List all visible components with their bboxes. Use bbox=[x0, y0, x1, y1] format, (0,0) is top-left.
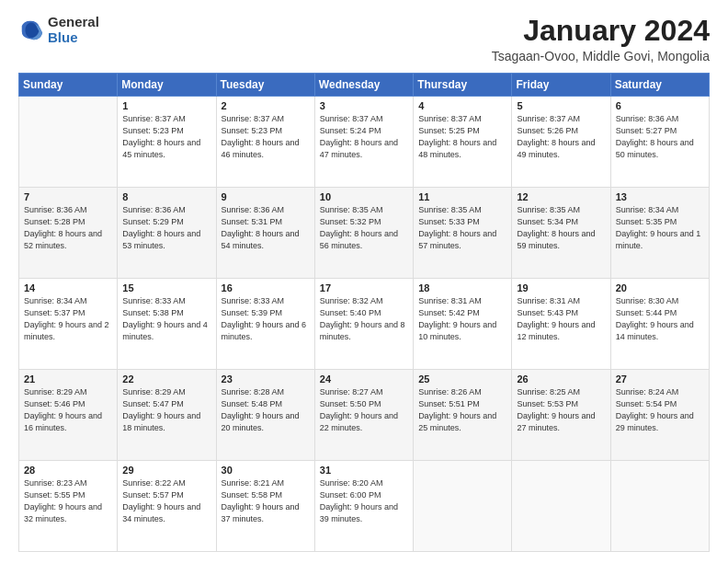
calendar-col-header: Monday bbox=[118, 74, 216, 97]
day-info: Sunrise: 8:31 AMSunset: 5:43 PMDaylight:… bbox=[517, 295, 605, 343]
day-info: Sunrise: 8:25 AMSunset: 5:53 PMDaylight:… bbox=[517, 386, 605, 434]
calendar-col-header: Sunday bbox=[19, 74, 118, 97]
day-info: Sunrise: 8:23 AMSunset: 5:55 PMDaylight:… bbox=[24, 477, 112, 525]
day-number: 2 bbox=[222, 100, 310, 111]
day-info: Sunrise: 8:36 AMSunset: 5:29 PMDaylight:… bbox=[122, 204, 210, 252]
day-info: Sunrise: 8:27 AMSunset: 5:50 PMDaylight:… bbox=[320, 386, 408, 434]
calendar-day-cell bbox=[512, 461, 610, 552]
day-number: 15 bbox=[122, 282, 210, 293]
day-info: Sunrise: 8:35 AMSunset: 5:33 PMDaylight:… bbox=[418, 204, 506, 252]
calendar-col-header: Friday bbox=[512, 74, 610, 97]
day-number: 17 bbox=[320, 282, 408, 293]
calendar-day-cell: 26Sunrise: 8:25 AMSunset: 5:53 PMDayligh… bbox=[512, 370, 610, 461]
day-number: 7 bbox=[24, 191, 112, 202]
day-number: 10 bbox=[320, 191, 408, 202]
day-number: 28 bbox=[24, 465, 112, 476]
day-number: 16 bbox=[222, 282, 310, 293]
calendar-col-header: Wednesday bbox=[314, 74, 413, 97]
calendar-day-cell: 28Sunrise: 8:23 AMSunset: 5:55 PMDayligh… bbox=[19, 461, 118, 552]
calendar-day-cell: 25Sunrise: 8:26 AMSunset: 5:51 PMDayligh… bbox=[414, 370, 512, 461]
day-info: Sunrise: 8:29 AMSunset: 5:46 PMDaylight:… bbox=[24, 386, 112, 434]
day-number: 9 bbox=[222, 191, 310, 202]
day-number: 20 bbox=[616, 282, 704, 293]
page-subtitle: Tsagaan-Ovoo, Middle Govi, Mongolia bbox=[492, 49, 710, 63]
calendar-day-cell: 16Sunrise: 8:33 AMSunset: 5:39 PMDayligh… bbox=[216, 279, 314, 370]
calendar-week-row: 21Sunrise: 8:29 AMSunset: 5:46 PMDayligh… bbox=[19, 370, 710, 461]
day-number: 31 bbox=[320, 465, 408, 476]
calendar-day-cell: 15Sunrise: 8:33 AMSunset: 5:38 PMDayligh… bbox=[118, 279, 216, 370]
day-info: Sunrise: 8:28 AMSunset: 5:48 PMDaylight:… bbox=[222, 386, 310, 434]
day-number: 8 bbox=[122, 191, 210, 202]
day-number: 4 bbox=[418, 100, 506, 111]
page: General Blue January 2024 Tsagaan-Ovoo, … bbox=[0, 0, 728, 563]
calendar-day-cell: 31Sunrise: 8:20 AMSunset: 6:00 PMDayligh… bbox=[314, 461, 413, 552]
calendar-day-cell: 2Sunrise: 8:37 AMSunset: 5:23 PMDaylight… bbox=[216, 97, 314, 188]
calendar-day-cell: 14Sunrise: 8:34 AMSunset: 5:37 PMDayligh… bbox=[19, 279, 118, 370]
day-info: Sunrise: 8:32 AMSunset: 5:40 PMDaylight:… bbox=[320, 295, 408, 343]
day-number: 29 bbox=[122, 465, 210, 476]
logo-text: General Blue bbox=[48, 15, 99, 45]
calendar-day-cell: 12Sunrise: 8:35 AMSunset: 5:34 PMDayligh… bbox=[512, 188, 610, 279]
day-number: 13 bbox=[616, 191, 704, 202]
calendar-day-cell: 29Sunrise: 8:22 AMSunset: 5:57 PMDayligh… bbox=[118, 461, 216, 552]
calendar-week-row: 14Sunrise: 8:34 AMSunset: 5:37 PMDayligh… bbox=[19, 279, 710, 370]
day-info: Sunrise: 8:37 AMSunset: 5:25 PMDaylight:… bbox=[418, 113, 506, 161]
day-info: Sunrise: 8:33 AMSunset: 5:38 PMDaylight:… bbox=[122, 295, 210, 343]
calendar-col-header: Thursday bbox=[414, 74, 512, 97]
calendar-day-cell: 9Sunrise: 8:36 AMSunset: 5:31 PMDaylight… bbox=[216, 188, 314, 279]
day-number: 12 bbox=[517, 191, 605, 202]
day-number: 11 bbox=[418, 191, 506, 202]
day-info: Sunrise: 8:37 AMSunset: 5:24 PMDaylight:… bbox=[320, 113, 408, 161]
day-number: 30 bbox=[222, 465, 310, 476]
calendar-day-cell: 3Sunrise: 8:37 AMSunset: 5:24 PMDaylight… bbox=[314, 97, 413, 188]
day-number: 24 bbox=[320, 373, 408, 385]
day-number: 14 bbox=[24, 282, 112, 293]
calendar-day-cell: 18Sunrise: 8:31 AMSunset: 5:42 PMDayligh… bbox=[414, 279, 512, 370]
calendar-day-cell: 27Sunrise: 8:24 AMSunset: 5:54 PMDayligh… bbox=[610, 370, 709, 461]
calendar-day-cell: 21Sunrise: 8:29 AMSunset: 5:46 PMDayligh… bbox=[19, 370, 118, 461]
calendar-day-cell: 19Sunrise: 8:31 AMSunset: 5:43 PMDayligh… bbox=[512, 279, 610, 370]
day-number: 3 bbox=[320, 100, 408, 111]
calendar-day-cell: 13Sunrise: 8:34 AMSunset: 5:35 PMDayligh… bbox=[610, 188, 709, 279]
day-number: 6 bbox=[616, 100, 704, 111]
day-info: Sunrise: 8:37 AMSunset: 5:23 PMDaylight:… bbox=[222, 113, 310, 161]
day-info: Sunrise: 8:37 AMSunset: 5:23 PMDaylight:… bbox=[122, 113, 210, 161]
logo: General Blue bbox=[18, 15, 99, 45]
logo-general-label: General bbox=[48, 15, 99, 30]
day-info: Sunrise: 8:36 AMSunset: 5:28 PMDaylight:… bbox=[24, 204, 112, 252]
logo-icon bbox=[18, 17, 44, 43]
day-info: Sunrise: 8:35 AMSunset: 5:34 PMDaylight:… bbox=[517, 204, 605, 252]
calendar-day-cell bbox=[19, 97, 118, 188]
calendar-col-header: Tuesday bbox=[216, 74, 314, 97]
calendar-day-cell: 30Sunrise: 8:21 AMSunset: 5:58 PMDayligh… bbox=[216, 461, 314, 552]
day-info: Sunrise: 8:29 AMSunset: 5:47 PMDaylight:… bbox=[122, 386, 210, 434]
calendar-day-cell bbox=[414, 461, 512, 552]
day-info: Sunrise: 8:36 AMSunset: 5:31 PMDaylight:… bbox=[222, 204, 310, 252]
calendar-day-cell: 6Sunrise: 8:36 AMSunset: 5:27 PMDaylight… bbox=[610, 97, 709, 188]
day-number: 23 bbox=[222, 373, 310, 385]
calendar-day-cell: 8Sunrise: 8:36 AMSunset: 5:29 PMDaylight… bbox=[118, 188, 216, 279]
day-info: Sunrise: 8:26 AMSunset: 5:51 PMDaylight:… bbox=[418, 386, 506, 434]
day-info: Sunrise: 8:30 AMSunset: 5:44 PMDaylight:… bbox=[616, 295, 704, 343]
day-number: 5 bbox=[517, 100, 605, 111]
day-info: Sunrise: 8:36 AMSunset: 5:27 PMDaylight:… bbox=[616, 113, 704, 161]
day-number: 27 bbox=[616, 373, 704, 385]
day-info: Sunrise: 8:34 AMSunset: 5:35 PMDaylight:… bbox=[616, 204, 704, 252]
calendar-day-cell bbox=[610, 461, 709, 552]
calendar-day-cell: 10Sunrise: 8:35 AMSunset: 5:32 PMDayligh… bbox=[314, 188, 413, 279]
calendar-day-cell: 4Sunrise: 8:37 AMSunset: 5:25 PMDaylight… bbox=[414, 97, 512, 188]
day-number: 19 bbox=[517, 282, 605, 293]
calendar-day-cell: 1Sunrise: 8:37 AMSunset: 5:23 PMDaylight… bbox=[118, 97, 216, 188]
day-info: Sunrise: 8:20 AMSunset: 6:00 PMDaylight:… bbox=[320, 477, 408, 525]
calendar-col-header: Saturday bbox=[610, 74, 709, 97]
day-info: Sunrise: 8:37 AMSunset: 5:26 PMDaylight:… bbox=[517, 113, 605, 161]
day-number: 1 bbox=[122, 100, 210, 111]
calendar-day-cell: 5Sunrise: 8:37 AMSunset: 5:26 PMDaylight… bbox=[512, 97, 610, 188]
day-number: 25 bbox=[418, 373, 506, 385]
title-block: January 2024 Tsagaan-Ovoo, Middle Govi, … bbox=[492, 15, 710, 63]
day-info: Sunrise: 8:24 AMSunset: 5:54 PMDaylight:… bbox=[616, 386, 704, 434]
page-title: January 2024 bbox=[492, 15, 710, 47]
day-info: Sunrise: 8:21 AMSunset: 5:58 PMDaylight:… bbox=[222, 477, 310, 525]
calendar-day-cell: 23Sunrise: 8:28 AMSunset: 5:48 PMDayligh… bbox=[216, 370, 314, 461]
day-number: 22 bbox=[122, 373, 210, 385]
